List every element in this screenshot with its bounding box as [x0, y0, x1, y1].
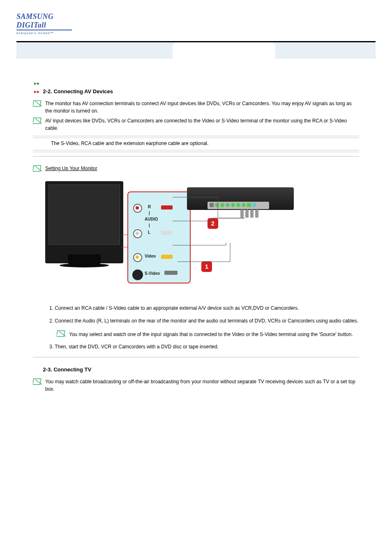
thin-divider — [33, 156, 359, 157]
badge-1: 1 — [201, 261, 212, 272]
step-2-text: 2. Connect the Audio (R, L) terminals on… — [49, 317, 359, 325]
section-header-av: 2-2. Connecting AV Devices — [43, 88, 113, 94]
cable-end-white — [161, 231, 173, 235]
section-row-header: ▸▸ 2-2. Connecting AV Devices — [33, 88, 359, 95]
gray-separator — [33, 135, 359, 138]
note-cable-optional: The S-Video, RCA cable and the extension… — [51, 140, 359, 147]
svideo-port — [132, 269, 143, 280]
port-label-l: L — [148, 230, 150, 235]
note-icon — [33, 165, 44, 173]
note-icon — [33, 117, 44, 125]
section-header-tv: 2-3. Connecting TV — [43, 366, 91, 373]
step-3-text: 3. Then, start the DVD, VCR or Camcorder… — [49, 343, 359, 351]
svg-rect-4 — [33, 166, 41, 171]
cable-end-red — [161, 205, 173, 210]
logo-tagline: everyone's invited™ — [16, 31, 74, 35]
step-1-text: 1. Connect an RCA cable / S-Video cable … — [49, 304, 359, 312]
section-row-tv: ▸▸ 2-3. Connecting TV — [33, 366, 359, 373]
note-tv-intro: You may watch cable broadcasting or off-… — [45, 378, 359, 393]
note-link-setup[interactable]: Setting Up Your Monitor — [45, 165, 359, 172]
logo-area: SAMSUNG DIGITall everyone's invited™ — [0, 0, 392, 39]
arrow-icon: ▸▸ — [33, 88, 41, 94]
port-label-audio: AUDIO — [145, 217, 158, 221]
vcr-front-panel — [208, 202, 269, 209]
setup-monitor-link[interactable]: Setting Up Your Monitor — [45, 166, 97, 171]
vcr-device — [187, 187, 294, 210]
cable-end-yellow — [161, 255, 173, 259]
note-icon — [57, 330, 67, 338]
svg-rect-8 — [33, 379, 41, 385]
video-port — [133, 253, 142, 262]
monitor-rear-view — [45, 181, 123, 263]
vcr-output-jacks — [240, 210, 258, 218]
connection-diagram: R | AUDIO | L Video S-Video — [45, 181, 359, 296]
brand-logo: SAMSUNG DIGITall everyone's invited™ — [16, 12, 74, 35]
section-row-av: ▸▸ — [33, 79, 359, 87]
svg-rect-2 — [33, 118, 41, 124]
note-icon — [33, 100, 44, 108]
cable-end-svideo — [164, 271, 178, 275]
arrow-icon: ▸▸ — [33, 80, 41, 86]
monitor-base — [60, 263, 109, 267]
note-source-button: You may select and watch one of the inpu… — [69, 331, 359, 338]
note-av-terminals: AV input devices like DVDs, VCRs or Camc… — [45, 117, 359, 132]
svg-rect-0 — [33, 101, 41, 106]
audio-l-port — [133, 229, 142, 238]
logo-main-text: SAMSUNG DIGITall — [16, 12, 74, 30]
gray-separator — [33, 150, 359, 153]
port-label-svideo: S-Video — [145, 271, 160, 276]
port-panel: R | AUDIO | L Video S-Video — [127, 191, 191, 283]
audio-r-port — [133, 204, 142, 213]
badge-2: 2 — [208, 218, 218, 229]
nav-bar — [16, 42, 376, 59]
port-label-video: Video — [145, 254, 156, 258]
active-tab — [173, 42, 275, 59]
thin-divider — [33, 357, 359, 357]
note-icon — [33, 378, 44, 386]
note-av-intro: The monitor has AV connection terminals … — [45, 100, 359, 115]
port-label-r: R — [148, 205, 151, 209]
page-content: ▸▸ ▸▸ 2-2. Connecting AV Devices The mon… — [0, 59, 392, 416]
svg-rect-6 — [57, 331, 65, 336]
